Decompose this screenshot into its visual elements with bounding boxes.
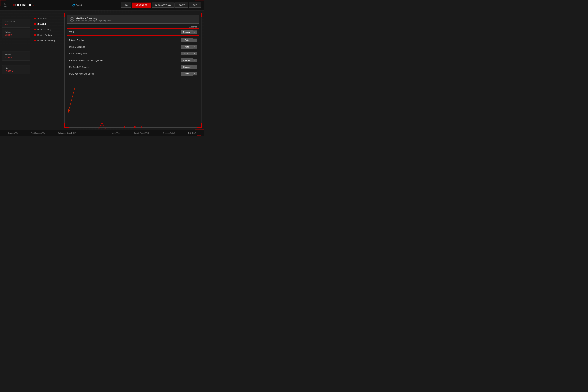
above-4gb-value: Enabled (181, 58, 193, 62)
pcie-x16-label: PCIE X16 Max Link Speed (69, 72, 94, 75)
sidebar-item-chipset[interactable]: ChipSet (34, 21, 60, 27)
pcie-x16-dropdown[interactable]: ▼ (193, 72, 197, 76)
sidebar-item-advanced[interactable]: Advanced (34, 16, 60, 21)
left-panel: Temperature +44 °C Voltage 1.342 V Volta… (2, 13, 30, 128)
menu-square-device (34, 34, 36, 36)
footer: Search (F6) Print Screen (F8) Optimized … (0, 130, 204, 136)
vt-d-dropdown[interactable]: ▼ (193, 30, 197, 34)
content-frame: ← Go Back Directory Path: ChipSet\System… (64, 13, 202, 128)
go-back-path: Path: ChipSet\System Agent (SA) Configur… (76, 20, 111, 22)
sidebar-item-label-advanced: Advanced (37, 17, 47, 20)
content-area: ← Go Back Directory Path: ChipSet\System… (64, 13, 202, 128)
sidebar-item-power[interactable]: Power Setting (34, 27, 60, 32)
internal-graphics-control[interactable]: Auto ▼ (179, 45, 197, 49)
corner-br-deco (195, 121, 204, 130)
5v-value: +5.000 V (5, 70, 28, 72)
setting-row-pcie-x16[interactable]: PCIE X16 Max Link Speed Auto ▼ (67, 70, 199, 77)
footer-optimized[interactable]: Optimized Default (F9) (58, 132, 76, 134)
setting-row-primary-display[interactable]: Primary Display Auto ▼ (67, 37, 199, 43)
menu-square-power (34, 29, 36, 30)
setting-row-igfx-memory[interactable]: IGFX Memory Size 512M ▼ (67, 50, 199, 57)
volt2-value: 1.100 V (5, 56, 28, 58)
footer-main[interactable]: Main (F11) (112, 132, 120, 134)
nav-boot-button[interactable]: BOOT (175, 2, 188, 8)
setting-row-internal-graphics[interactable]: Internal Graphics Auto ▼ (67, 44, 199, 50)
temp-label: Temperature (5, 20, 28, 23)
monitor-voltage-1: Voltage 1.342 V (2, 29, 30, 38)
top-deco-line (16, 13, 16, 17)
main-layout: Temperature +44 °C Voltage 1.342 V Volta… (0, 10, 204, 130)
red-arrow-annotation (68, 86, 98, 116)
sidebar-item-label-chipset: ChipSet (37, 23, 46, 25)
vt-d-value: Enabled (181, 30, 193, 34)
setting-row-above-4gb[interactable]: Above 4GB MMIO BIOS assignment Enabled ▼ (67, 57, 199, 64)
resize-bar-value: Enabled (181, 65, 193, 69)
primary-display-control[interactable]: Auto ▼ (179, 38, 197, 42)
nav-oc-button[interactable]: OC (121, 2, 132, 8)
resize-bar-dropdown[interactable]: ▼ (193, 66, 197, 69)
igfx-memory-label: IGFX Memory Size (69, 52, 87, 55)
go-back-bar[interactable]: ← Go Back Directory Path: ChipSet\System… (67, 15, 199, 24)
right-border-deco (204, 0, 204, 136)
internal-graphics-label: Internal Graphics (69, 46, 85, 48)
header: nday nuary COLORFUL® 🌐 English OC ADVANC… (0, 0, 204, 10)
igfx-memory-control[interactable]: 512M ▼ (179, 52, 197, 56)
igfx-memory-dropdown[interactable]: ▼ (193, 52, 197, 55)
above-4gb-control[interactable]: Enabled ▼ (179, 58, 197, 62)
volt1-label: Voltage (5, 31, 28, 33)
vt-d-label: VT-d (69, 31, 74, 33)
footer-save-reset[interactable]: Save & Reset (F10) (134, 132, 150, 134)
resize-bar-label: Re-Size BAR Support (69, 66, 89, 68)
deco-h-line (7, 63, 25, 63)
sidebar-item-password[interactable]: Password Setting (34, 38, 60, 43)
svg-marker-3 (100, 124, 104, 128)
sidebar-item-device[interactable]: Device Setting (34, 32, 60, 38)
frame-corner-tr (197, 13, 202, 17)
language-selector[interactable]: 🌐 English (72, 4, 82, 6)
menu-panel: Advanced ChipSet Power Setting Device Se… (32, 13, 62, 128)
setting-row-resize-bar[interactable]: Re-Size BAR Support Enabled ▼ (67, 64, 199, 70)
monitor-voltage-2: Voltage 1.100 V (2, 52, 30, 60)
language-label: English (76, 4, 82, 6)
nav-advanced-button[interactable]: ADVANCED (132, 2, 151, 8)
footer-exit[interactable]: Exit (Esc) (188, 132, 196, 134)
corner-tl2-deco (0, 0, 6, 6)
internal-graphics-value: Auto (181, 45, 193, 49)
go-back-text: Go Back Directory Path: ChipSet\System A… (76, 17, 111, 22)
primary-display-label: Primary Display (69, 39, 84, 42)
pcie-x16-value: Auto (181, 72, 193, 76)
svg-line-1 (69, 87, 75, 110)
corner-tl-deco (195, 0, 204, 9)
menu-square-password (34, 40, 36, 42)
footer-choose[interactable]: Choose (Enter) (163, 132, 175, 134)
pcie-x16-control[interactable]: Auto ▼ (179, 72, 197, 76)
corner-bl-deco (196, 132, 201, 136)
back-icon[interactable]: ← (70, 17, 74, 22)
footer-search[interactable]: Search (F6) (8, 132, 18, 134)
above-4gb-dropdown[interactable]: ▼ (193, 59, 197, 62)
igfx-memory-value: 512M (181, 52, 193, 56)
nav-buttons: OC ADVANCED BIOS SETTING BOOT EXIT (121, 2, 201, 8)
primary-display-dropdown[interactable]: ▼ (193, 38, 197, 42)
frame-corner-bl (64, 123, 69, 128)
5v-label: +5V (5, 67, 28, 69)
footer-print[interactable]: Print Screen (F8) (31, 132, 44, 134)
volt2-label: Voltage (5, 54, 28, 56)
temp-value: +44 °C (5, 23, 28, 26)
menu-square-advanced (34, 18, 36, 19)
frame-bottom-deco (124, 126, 142, 128)
monitor-temperature: Temperature +44 °C (2, 19, 30, 28)
internal-graphics-dropdown[interactable]: ▼ (193, 45, 197, 48)
deco-line-mid (16, 40, 16, 49)
resize-bar-control[interactable]: Enabled ▼ (179, 65, 197, 69)
globe-icon: 🌐 (72, 4, 75, 6)
nav-bios-setting-button[interactable]: BIOS SETTING (152, 2, 174, 8)
setting-row-vt-d[interactable]: VT-d Enabled ▼ (67, 28, 199, 36)
primary-display-value: Auto (181, 38, 193, 42)
vt-d-value-control[interactable]: Enabled ▼ (179, 30, 197, 34)
sidebar-item-label-password: Password Setting (37, 39, 55, 42)
supported-label: Supported (67, 26, 199, 28)
monitor-5v: +5V +5.000 V (2, 65, 30, 74)
volt1-value: 1.342 V (5, 34, 28, 36)
brand-logo: COLORFUL® (13, 3, 34, 7)
